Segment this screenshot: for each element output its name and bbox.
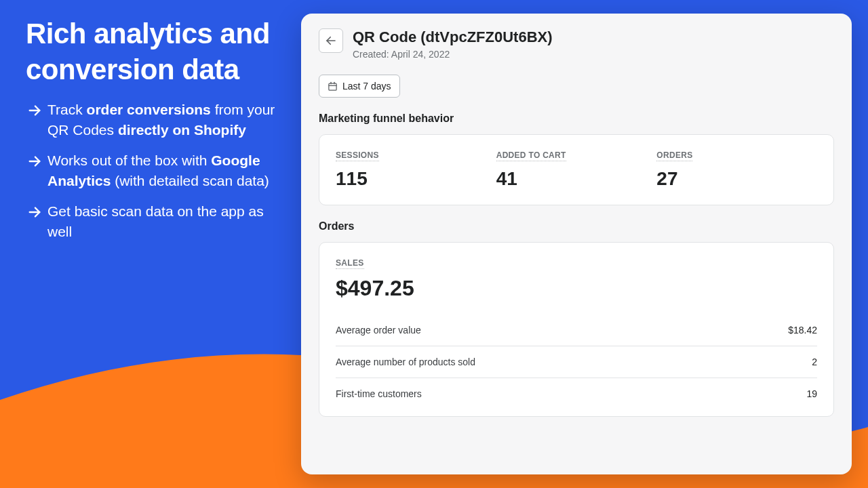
back-button[interactable] (319, 28, 343, 53)
stat-value: 2 (812, 357, 817, 367)
metric-value: 27 (656, 168, 817, 190)
metric-sessions: SESSIONS 115 (336, 148, 496, 190)
stat-label: Average order value (336, 325, 421, 336)
stat-row: First-time customers 19 (336, 378, 817, 409)
stat-row: Average order value $18.42 (336, 314, 817, 346)
metric-added-to-cart: ADDED TO CART 41 (496, 148, 657, 190)
hero-bullet: Track order conversions from your QR Cod… (26, 100, 283, 141)
sales-label: SALES (336, 258, 364, 269)
calendar-icon (328, 81, 338, 92)
hero-bullets: Track order conversions from your QR Cod… (26, 100, 283, 243)
sales-card: SALES $497.25 Average order value $18.42… (319, 242, 834, 417)
orders-heading: Orders (319, 220, 834, 232)
funnel-metrics: SESSIONS 115 ADDED TO CART 41 ORDERS 27 (319, 134, 834, 205)
arrow-right-icon (26, 205, 43, 220)
arrow-right-icon (26, 154, 43, 169)
stat-label: Average number of products sold (336, 357, 475, 367)
stat-value: 19 (806, 388, 817, 399)
hero-bullet: Works out of the box with Google Analyti… (26, 150, 283, 192)
date-range-button[interactable]: Last 7 days (319, 75, 400, 98)
funnel-heading: Marketing funnel behavior (319, 113, 834, 125)
metric-label: ORDERS (656, 150, 692, 161)
stat-label: First-time customers (336, 388, 422, 399)
hero-headline: Rich analytics and conversion data (26, 16, 283, 87)
date-range-label: Last 7 days (342, 81, 391, 92)
stat-value: $18.42 (788, 325, 817, 336)
arrow-right-icon (26, 103, 43, 118)
hero-bullet: Get basic scan data on the app as well (26, 201, 283, 243)
metric-label: ADDED TO CART (496, 150, 566, 161)
metric-value: 41 (496, 168, 657, 190)
metric-label: SESSIONS (336, 150, 379, 161)
created-date: Created: April 24, 2022 (353, 49, 553, 60)
page-title: QR Code (dtVpcZFZ0Ut6BX) (353, 28, 553, 46)
hero-panel: Rich analytics and conversion data Track… (26, 16, 283, 252)
metric-value: 115 (336, 168, 496, 190)
svg-rect-4 (329, 83, 336, 90)
sales-value: $497.25 (336, 276, 817, 301)
arrow-left-icon (325, 35, 337, 47)
metric-orders: ORDERS 27 (656, 148, 817, 190)
stat-row: Average number of products sold 2 (336, 346, 817, 378)
analytics-card: QR Code (dtVpcZFZ0Ut6BX) Created: April … (301, 14, 852, 474)
